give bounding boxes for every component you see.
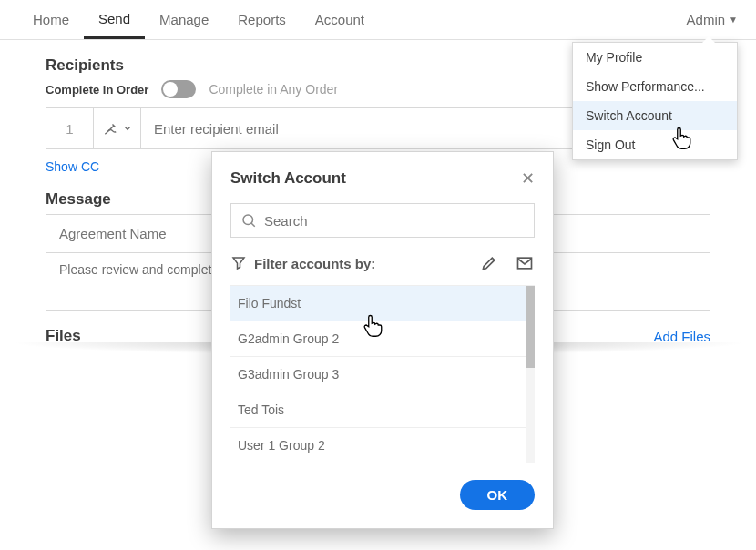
filter-icon[interactable] — [230, 255, 247, 271]
close-icon[interactable]: ✕ — [521, 168, 535, 188]
nav-reports[interactable]: Reports — [223, 0, 301, 39]
admin-dropdown-button[interactable]: Admin ▼ — [687, 12, 738, 27]
account-list: Filo Fundst G2admin Group 2 G3admin Grou… — [230, 285, 535, 463]
account-item[interactable]: Ted Tois — [230, 392, 535, 428]
nav-home[interactable]: Home — [18, 0, 84, 39]
nav-send[interactable]: Send — [84, 0, 145, 39]
nav-manage[interactable]: Manage — [145, 0, 223, 39]
show-cc-link[interactable]: Show CC — [46, 159, 99, 174]
search-row — [230, 203, 535, 238]
svg-point-0 — [243, 215, 253, 225]
top-nav: Home Send Manage Reports Account Admin ▼ — [0, 0, 756, 40]
account-item[interactable]: G2admin Group 2 — [230, 321, 535, 357]
complete-in-order-label: Complete in Order — [46, 83, 148, 97]
menu-show-performance[interactable]: Show Performance... — [573, 72, 737, 101]
search-input[interactable] — [264, 213, 525, 229]
chevron-down-icon — [123, 124, 132, 133]
recipient-index: 1 — [46, 108, 94, 148]
menu-sign-out[interactable]: Sign Out — [573, 130, 737, 159]
complete-any-order-label: Complete in Any Order — [209, 82, 338, 97]
account-item[interactable]: User 1 Group 2 — [230, 428, 535, 463]
account-item[interactable]: G3admin Group 3 — [230, 357, 535, 392]
files-heading: Files — [46, 327, 81, 345]
scrollbar-thumb[interactable] — [526, 286, 535, 368]
order-toggle[interactable] — [161, 80, 196, 98]
account-item[interactable]: Filo Fundst — [230, 286, 535, 321]
dialog-title: Switch Account — [230, 169, 346, 188]
pen-icon — [103, 120, 119, 137]
caret-down-icon: ▼ — [729, 15, 738, 25]
ok-button[interactable]: OK — [460, 480, 536, 510]
add-files-link[interactable]: Add Files — [653, 329, 710, 344]
search-icon — [240, 212, 257, 229]
edit-icon[interactable] — [480, 254, 498, 272]
mail-icon[interactable] — [515, 254, 535, 272]
recipient-role-dropdown[interactable] — [94, 108, 141, 148]
filter-label: Filter accounts by: — [254, 256, 375, 271]
switch-account-dialog: Switch Account ✕ Filter accounts by: Fil… — [211, 151, 554, 529]
admin-menu: My Profile Show Performance... Switch Ac… — [572, 42, 738, 160]
admin-label: Admin — [687, 12, 726, 27]
menu-my-profile[interactable]: My Profile — [573, 43, 737, 72]
menu-switch-account[interactable]: Switch Account — [573, 101, 737, 130]
nav-account[interactable]: Account — [301, 0, 379, 39]
filter-row: Filter accounts by: — [230, 249, 535, 278]
